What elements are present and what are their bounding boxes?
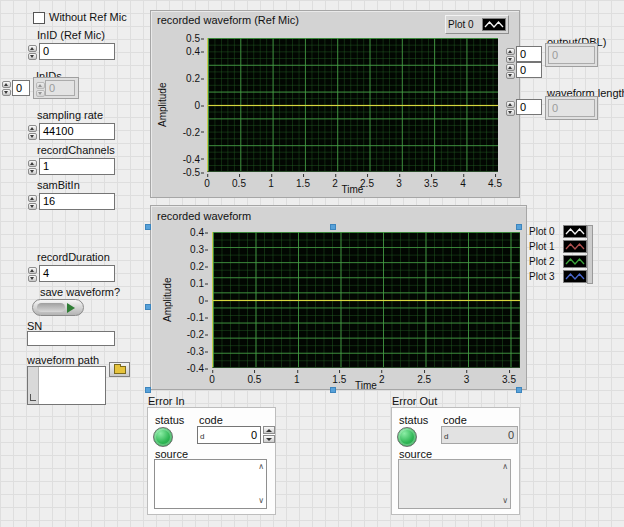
- error-in-code-spinner[interactable]: [263, 426, 275, 443]
- legend-scroll-strip[interactable]: [587, 225, 593, 284]
- y-tick-label: 0: [198, 295, 204, 306]
- folder-icon: [114, 366, 126, 374]
- inids-element-spinner: [36, 82, 45, 97]
- save-waveform-button-slot: [37, 303, 65, 312]
- output-dbl-index1-field[interactable]: 0: [516, 46, 542, 62]
- plot-style-icon[interactable]: [482, 18, 506, 31]
- sam-bit-in-label: samBitIn: [37, 179, 80, 192]
- save-waveform-button[interactable]: [32, 299, 84, 316]
- error-in-code-field[interactable]: d 0: [197, 426, 261, 444]
- y-tick-label: 0.4: [190, 227, 204, 238]
- graph-recorded-plot-area[interactable]: [212, 232, 520, 368]
- graph-recorded-legend[interactable]: Plot 0Plot 1Plot 2Plot 3: [529, 224, 587, 284]
- path-type-icon: [30, 394, 36, 401]
- legend-item-label: Plot 0: [529, 226, 559, 237]
- graph-recorded-trace: [213, 300, 520, 301]
- record-duration-spinner[interactable]: [28, 267, 37, 282]
- output-dbl-index2-field[interactable]: 0: [516, 62, 542, 78]
- inid-label: InID (Ref Mic): [37, 29, 105, 42]
- waveform-length-index-field[interactable]: 0: [516, 99, 542, 115]
- output-dbl-index2-spinner[interactable]: [506, 64, 515, 79]
- browse-button[interactable]: [109, 362, 130, 377]
- without-ref-mic-label: Without Ref Mic: [49, 11, 127, 24]
- waveform-length-index-spinner[interactable]: [506, 101, 515, 116]
- selection-handle-top-middle[interactable]: [330, 224, 336, 230]
- save-waveform-label: save waveform?: [40, 286, 120, 299]
- graph-ref-mic-legend[interactable]: Plot 0: [445, 15, 509, 34]
- error-in-status-led[interactable]: [153, 427, 173, 447]
- radix-indicator: d: [444, 432, 448, 441]
- y-tick-label: 0.5: [186, 33, 200, 44]
- sam-bit-in-field[interactable]: 16: [39, 193, 115, 210]
- y-tick-label: -0.4: [183, 153, 200, 164]
- legend-item-label: Plot 1: [529, 241, 559, 252]
- record-duration-label: recordDuration: [37, 251, 110, 264]
- scroll-up-icon: ∧: [502, 463, 508, 471]
- plot-style-icon[interactable]: [563, 225, 587, 238]
- y-tick-label: 0.4: [186, 46, 200, 57]
- waveform-length-element-field: 0: [548, 99, 595, 117]
- legend-item-label: Plot 2: [529, 256, 559, 267]
- y-tick-label: -0.3: [187, 346, 204, 357]
- scroll-up-icon[interactable]: ∧: [258, 463, 264, 471]
- sampling-rate-spinner[interactable]: [28, 125, 37, 140]
- sam-bit-in-spinner[interactable]: [28, 195, 37, 210]
- error-out-source-field: ∧ ∨: [398, 459, 511, 509]
- selection-handle-bottom-middle[interactable]: [330, 387, 336, 393]
- selection-handle-top-right[interactable]: [516, 224, 522, 230]
- inids-index-field[interactable]: 0: [12, 80, 30, 96]
- inids-index-spinner[interactable]: [2, 81, 11, 96]
- y-tick-label: 0.2: [190, 261, 204, 272]
- graph-ref-mic-xlabel: Time: [207, 184, 498, 195]
- inid-spinner[interactable]: [28, 45, 37, 60]
- legend-item[interactable]: Plot 3: [529, 269, 587, 284]
- graph-ref-mic-title: recorded waveform (Ref Mic): [157, 14, 299, 26]
- inids-element-field: 0: [45, 80, 75, 96]
- graph-ref-mic-plot-area[interactable]: [207, 38, 498, 172]
- record-channels-spinner[interactable]: [28, 160, 37, 175]
- output-dbl-element-field: 0: [548, 46, 595, 64]
- legend-item-label: Plot 0: [448, 19, 478, 30]
- selection-handle-middle-left[interactable]: [145, 304, 151, 310]
- y-tick-label: -0.5: [183, 167, 200, 178]
- legend-item[interactable]: Plot 1: [529, 239, 587, 254]
- scroll-down-icon: ∨: [502, 497, 508, 505]
- y-tick-label: -0.2: [183, 126, 200, 137]
- sampling-rate-field[interactable]: 44100: [39, 123, 115, 140]
- sn-field[interactable]: [27, 331, 115, 346]
- record-duration-field[interactable]: 4: [39, 265, 115, 282]
- radix-indicator: d: [200, 432, 204, 441]
- selection-handle-bottom-left[interactable]: [145, 387, 151, 393]
- plot-style-icon[interactable]: [563, 255, 587, 268]
- legend-item[interactable]: Plot 0: [529, 224, 587, 239]
- output-dbl-index1-spinner[interactable]: [506, 48, 515, 63]
- y-tick-label: 0: [194, 100, 200, 111]
- selection-handle-bottom-right[interactable]: [516, 387, 522, 393]
- selection-handle-top-left[interactable]: [145, 224, 151, 230]
- plot-style-icon[interactable]: [563, 270, 587, 283]
- without-ref-mic-checkbox[interactable]: [33, 12, 45, 24]
- scroll-down-icon[interactable]: ∨: [258, 497, 264, 505]
- error-out-code-field: d 0: [441, 426, 518, 444]
- record-channels-field[interactable]: 1: [39, 158, 115, 175]
- error-in-status-label: status: [155, 414, 184, 427]
- legend-item-label: Plot 3: [529, 271, 559, 282]
- error-out-status-led: [397, 427, 417, 447]
- y-tick-label: 0.1: [190, 278, 204, 289]
- legend-item[interactable]: Plot 2: [529, 254, 587, 269]
- error-out-status-label: status: [399, 414, 428, 427]
- y-tick-label: 0.2: [186, 73, 200, 84]
- y-tick-label: 0.3: [190, 244, 204, 255]
- y-tick-label: -0.1: [187, 312, 204, 323]
- waveform-path-field[interactable]: [27, 366, 106, 405]
- graph-recorded-xlabel: Time: [212, 380, 520, 391]
- y-tick-label: -0.2: [187, 329, 204, 340]
- graph-recorded-title: recorded waveform: [157, 210, 251, 222]
- error-in-source-field[interactable]: ∧ ∨: [154, 459, 267, 509]
- sampling-rate-label: sampling rate: [37, 109, 103, 122]
- graph-ref-mic-ylabel: Amplitude: [155, 38, 169, 172]
- legend-item[interactable]: Plot 0: [448, 17, 506, 32]
- plot-style-icon[interactable]: [563, 240, 587, 253]
- inid-field[interactable]: 0: [39, 43, 115, 60]
- y-tick-label: -0.4: [187, 363, 204, 374]
